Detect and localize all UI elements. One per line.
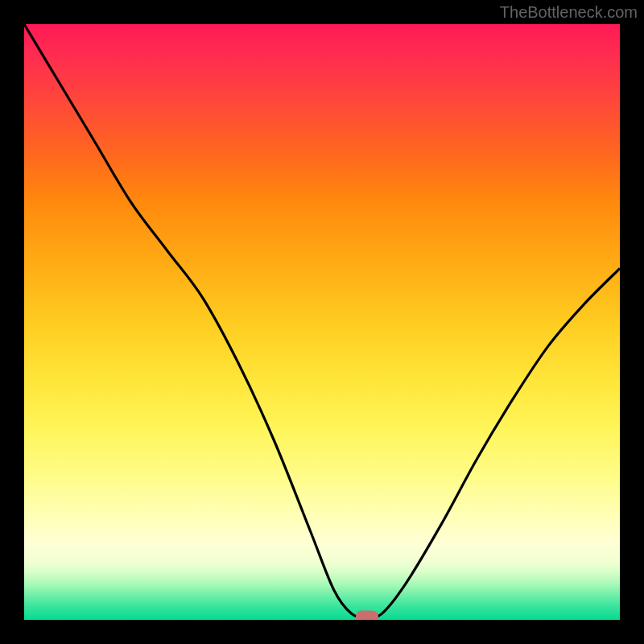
- watermark-text: TheBottleneck.com: [500, 3, 638, 22]
- bottleneck-curve: [24, 24, 620, 617]
- chart-curve-svg: [24, 24, 620, 620]
- plot-area: [24, 24, 620, 620]
- optimal-point-marker: [356, 611, 378, 620]
